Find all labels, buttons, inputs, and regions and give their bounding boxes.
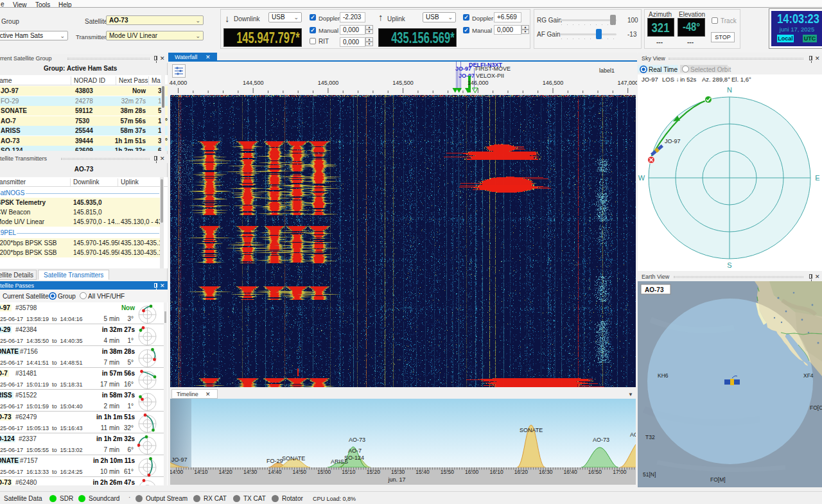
svg-text:W: W	[638, 174, 645, 182]
svg-text:15:10: 15:10	[342, 469, 356, 475]
svg-text:16:10: 16:10	[489, 469, 503, 475]
svg-text:147,000: 147,000	[617, 80, 637, 86]
svg-text:T32: T32	[645, 434, 655, 440]
svg-text:17:00: 17:00	[613, 469, 627, 475]
svg-text:14:30: 14:30	[243, 469, 258, 475]
svg-text:14:10: 14:10	[194, 469, 208, 475]
svg-text:FO[M]: FO[M]	[710, 476, 726, 483]
svg-text:JO-97: JO-97	[665, 138, 681, 144]
svg-text:15:40: 15:40	[415, 469, 430, 475]
svg-text:14:50: 14:50	[293, 469, 307, 475]
svg-text:16:40: 16:40	[563, 469, 577, 475]
svg-text:16:50: 16:50	[588, 469, 602, 475]
svg-text:15:30: 15:30	[391, 469, 405, 475]
svg-text:15:00: 15:00	[317, 469, 331, 475]
svg-text:SONATE: SONATE	[520, 427, 543, 433]
svg-text:145,500: 145,500	[392, 80, 414, 86]
svg-text:14:00: 14:00	[170, 469, 183, 475]
svg-text:144,500: 144,500	[243, 80, 264, 86]
svg-text:N: N	[727, 86, 732, 94]
svg-text:AO: AO	[630, 431, 636, 438]
svg-text:14:20: 14:20	[219, 469, 233, 475]
svg-text:E: E	[815, 174, 819, 182]
svg-text:44,000: 44,000	[170, 80, 188, 86]
svg-text:16:30: 16:30	[539, 469, 553, 475]
svg-text:14:40: 14:40	[268, 469, 282, 475]
svg-text:FO[C]: FO[C]	[810, 404, 822, 411]
svg-text:AO-73: AO-73	[349, 437, 365, 443]
svg-text:XF4: XF4	[803, 372, 814, 379]
svg-text:FO-29: FO-29	[267, 458, 283, 464]
svg-text:AO-73: AO-73	[645, 286, 664, 293]
svg-text:15:50: 15:50	[441, 469, 455, 475]
svg-text:16:20: 16:20	[514, 469, 529, 475]
svg-text:S: S	[727, 261, 731, 269]
svg-text:146,000: 146,000	[468, 80, 489, 86]
svg-text:16:00: 16:00	[465, 469, 479, 475]
svg-text:15:20: 15:20	[367, 469, 381, 475]
svg-text:JO-97: JO-97	[171, 456, 188, 463]
svg-text:145,000: 145,000	[318, 80, 339, 86]
svg-text:146,500: 146,500	[543, 80, 564, 86]
svg-text:51[N]: 51[N]	[643, 471, 656, 478]
svg-text:SONATE: SONATE	[282, 455, 305, 462]
svg-text:SO-124: SO-124	[344, 455, 364, 461]
svg-text:AO-73: AO-73	[593, 437, 609, 443]
svg-text:AO-7: AO-7	[348, 448, 362, 454]
svg-text:jun. 17: jun. 17	[387, 476, 405, 483]
svg-text:KH6: KH6	[658, 372, 669, 379]
